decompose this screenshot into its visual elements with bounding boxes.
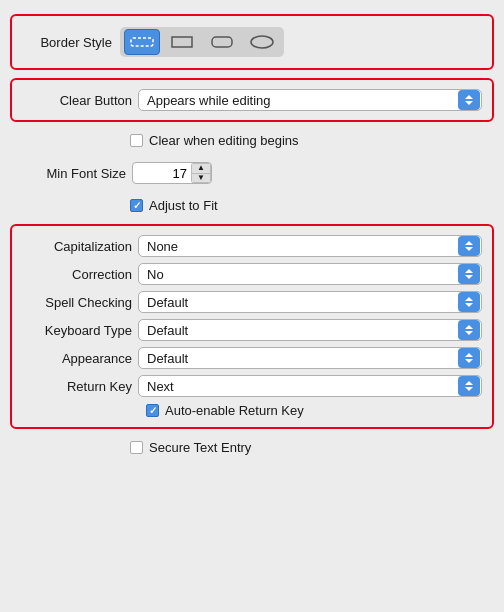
clear-button-select[interactable]: Appears while editing	[138, 89, 482, 111]
appearance-select[interactable]: Default	[138, 347, 482, 369]
secure-text-entry-label: Secure Text Entry	[149, 440, 251, 455]
capitalization-select[interactable]: None	[138, 235, 482, 257]
min-font-size-up-button[interactable]: ▲	[191, 163, 211, 173]
appearance-label: Appearance	[22, 351, 132, 366]
clear-button-select-wrapper: Appears while editing	[138, 89, 482, 111]
clear-when-editing-label: Clear when editing begins	[149, 133, 299, 148]
capitalization-label: Capitalization	[22, 239, 132, 254]
correction-select-wrapper: No	[138, 263, 482, 285]
return-key-label: Return Key	[22, 379, 132, 394]
adjust-to-fit-checkbox[interactable]	[130, 199, 143, 212]
svg-rect-0	[131, 38, 153, 46]
min-font-size-input-wrap: ▲ ▼	[132, 162, 212, 184]
spell-checking-select-wrapper: Default	[138, 291, 482, 313]
clear-when-editing-checkbox[interactable]	[130, 134, 143, 147]
clear-when-editing-row: Clear when editing begins	[10, 130, 494, 151]
min-font-size-stepper: ▲ ▼	[191, 163, 211, 183]
keyboard-type-select-wrapper: Default	[138, 319, 482, 341]
keyboard-type-select[interactable]: Default	[138, 319, 482, 341]
svg-rect-2	[212, 37, 232, 47]
min-font-size-label: Min Font Size	[16, 166, 126, 181]
correction-label: Correction	[22, 267, 132, 282]
auto-enable-return-key-label: Auto-enable Return Key	[165, 403, 304, 418]
secure-text-entry-row: Secure Text Entry	[10, 437, 494, 458]
border-style-oval-button[interactable]	[244, 29, 280, 55]
appearance-select-wrapper: Default	[138, 347, 482, 369]
spell-checking-label: Spell Checking	[22, 295, 132, 310]
adjust-to-fit-label: Adjust to Fit	[149, 198, 218, 213]
border-style-dashed-button[interactable]	[124, 29, 160, 55]
border-style-buttons	[120, 27, 284, 57]
capitalization-select-wrapper: None	[138, 235, 482, 257]
border-style-square-button[interactable]	[164, 29, 200, 55]
return-key-select-wrapper: Next	[138, 375, 482, 397]
correction-select[interactable]: No	[138, 263, 482, 285]
spell-checking-select[interactable]: Default	[138, 291, 482, 313]
adjust-to-fit-row: Adjust to Fit	[10, 195, 494, 216]
return-key-select[interactable]: Next	[138, 375, 482, 397]
auto-enable-return-key-checkbox[interactable]	[146, 404, 159, 417]
min-font-size-row: Min Font Size ▲ ▼	[10, 159, 494, 187]
clear-button-label: Clear Button	[22, 93, 132, 108]
border-style-label: Border Style	[22, 35, 112, 50]
keyboard-type-label: Keyboard Type	[22, 323, 132, 338]
secure-text-entry-checkbox[interactable]	[130, 441, 143, 454]
svg-rect-1	[172, 37, 192, 47]
svg-point-3	[251, 36, 273, 48]
auto-enable-return-key-row: Auto-enable Return Key	[16, 400, 488, 421]
border-style-rounded-button[interactable]	[204, 29, 240, 55]
min-font-size-down-button[interactable]: ▼	[191, 173, 211, 184]
